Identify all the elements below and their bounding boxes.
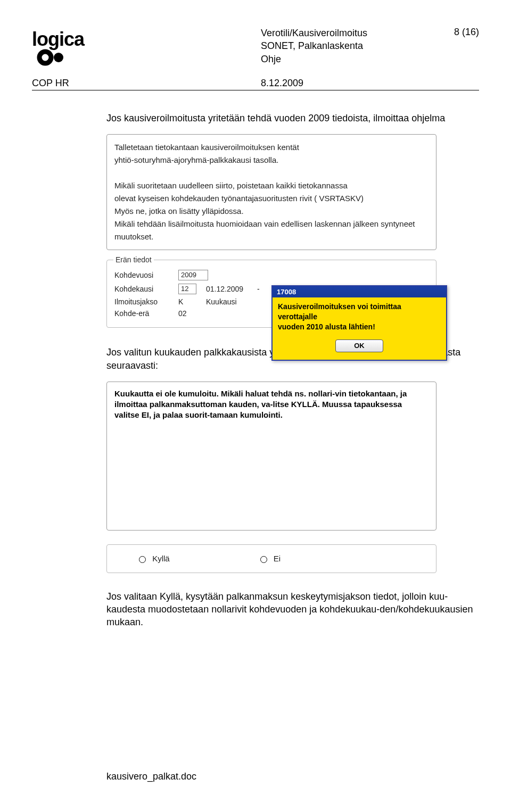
- header-title-line3: Ohje: [261, 53, 436, 65]
- svg-text:logica: logica: [32, 28, 85, 50]
- info-panel-2: Kuukautta ei ole kumuloitu. Mikäli halua…: [106, 382, 436, 531]
- panel1-b2-l1: Mikäli suoritetaan uudelleen siirto, poi…: [114, 179, 428, 192]
- radio-icon: [139, 556, 146, 563]
- value-kohde-era: 02: [178, 309, 187, 318]
- date-dash: -: [257, 285, 260, 293]
- radio-no-label: Ei: [274, 554, 281, 563]
- fieldset-legend: Erän tiedot: [113, 255, 154, 264]
- panel1-b2-l2: olevat kyseisen kohdekauden työnantajasu…: [114, 192, 428, 205]
- svg-point-1: [39, 52, 51, 63]
- radio-no[interactable]: Ei: [260, 554, 281, 563]
- header-title-line1: Verotili/Kausiveroilmoitus: [261, 27, 436, 39]
- desc-ilmoitusjakso: Kuukausi: [206, 297, 237, 306]
- dialog-msg-l2: vuoden 2010 alusta lähtien!: [278, 322, 441, 332]
- intro-paragraph: Jos kausiveroilmoitusta yritetään tehdä …: [106, 112, 479, 125]
- panel1-b2-l3: Myös ne, jotka on lisätty ylläpidossa.: [114, 205, 428, 218]
- footer-filename: kausivero_palkat.doc: [106, 771, 196, 782]
- radio-group: Kyllä Ei: [106, 544, 436, 573]
- input-kohdevuosi[interactable]: 2009: [178, 270, 208, 280]
- svg-point-2: [54, 53, 63, 62]
- panel2-msg: Kuukautta ei ole kumuloitu. Mikäli halua…: [114, 388, 428, 421]
- final-paragraph: Jos valitaan Kyllä, kysytään palkanmaksu…: [106, 590, 479, 629]
- dialog-title: 17008: [273, 286, 446, 297]
- radio-icon: [260, 556, 267, 563]
- subheader-left: COP HR: [32, 78, 261, 89]
- page-number: 8 (16): [436, 27, 479, 38]
- logo: logica: [32, 27, 122, 69]
- panel1-b1-l2: yhtiö-soturyhmä-ajoryhmä-palkkakausi tas…: [114, 154, 428, 167]
- label-kohdevuosi: Kohdevuosi: [114, 271, 178, 279]
- label-kohdekausi: Kohdekausi: [114, 285, 178, 293]
- date-from: 01.12.2009: [206, 285, 243, 293]
- ok-button[interactable]: OK: [335, 339, 383, 352]
- info-panel-1: Talletetaan tietokantaan kausiveroilmoit…: [106, 134, 436, 250]
- radio-yes-label: Kyllä: [152, 554, 170, 563]
- header-title-line2: SONET, Palkanlaskenta: [261, 39, 436, 52]
- label-ilmoitusjakso: Ilmoitusjakso: [114, 297, 178, 306]
- subheader-right: 8.12.2009: [261, 78, 303, 89]
- panel1-b1-l1: Talletetaan tietokantaan kausiveroilmoit…: [114, 141, 428, 154]
- header-title: Verotili/Kausiveroilmoitus SONET, Palkan…: [122, 27, 436, 65]
- panel1-b2-l4: Mikäli tehdään lisäilmoitusta huomioidaa…: [114, 218, 428, 243]
- input-kohdekausi[interactable]: 12: [178, 284, 196, 294]
- label-kohde-era: Kohde-erä: [114, 309, 178, 318]
- dialog-msg-l1: Kausiveroilmoituksen voi toimittaa verot…: [278, 302, 441, 322]
- value-ilmoitusjakso: K: [178, 297, 196, 306]
- radio-yes[interactable]: Kyllä: [139, 554, 170, 563]
- warning-dialog: 17008 Kausiveroilmoituksen voi toimittaa…: [271, 285, 447, 361]
